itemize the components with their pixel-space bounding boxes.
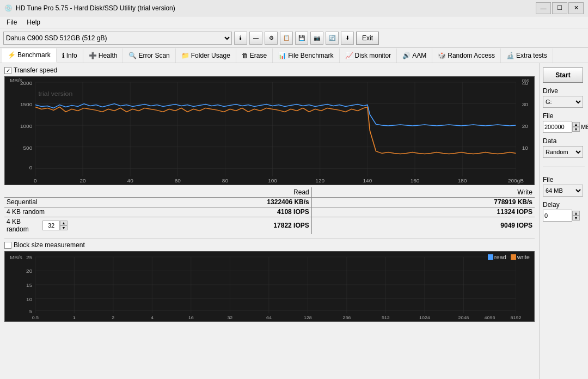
transfer-speed-checkbox[interactable] [4,67,11,74]
menu-help[interactable]: Help [22,17,45,27]
svg-text:2: 2 [112,315,114,320]
exit-button[interactable]: Exit [356,32,379,45]
title-bar-controls: — ☐ ✕ [536,2,584,14]
close-button[interactable]: ✕ [568,2,584,14]
refresh-icon-button[interactable]: 🔄 [326,32,339,45]
file-benchmark-icon: 📊 [278,52,286,59]
queue-depth-buttons: ▲ ▼ [60,221,68,230]
svg-text:160: 160 [411,178,420,184]
block-chart-svg: 25 20 15 10 5 MB/s 0.5 1 2 4 16 32 64 12… [5,252,534,321]
settings-icon-button[interactable]: ⚙ [265,32,278,45]
block-size-checkbox[interactable] [4,242,11,249]
delay-down[interactable]: ▼ [572,216,580,221]
queue-depth-input[interactable] [42,221,60,230]
tab-random-access[interactable]: 🎲 Random Access [432,48,501,63]
tab-folder-usage[interactable]: 📁 Folder Usage [176,48,236,63]
sequential-label: Sequential [4,198,70,207]
toolbar: Dahua C900 SSD 512GB (512 gB) 🌡 — ⚙ 📋 💾 … [0,28,588,48]
tab-random-access-label: Random Access [448,52,495,59]
copy-icon-button[interactable]: 📋 [280,32,293,45]
temp-icon-button[interactable]: 🌡 [234,32,247,45]
tab-folder-usage-label: Folder Usage [191,52,230,59]
svg-text:256: 256 [342,315,351,320]
svg-text:0: 0 [29,165,33,170]
transfer-speed-header: Transfer speed [4,66,535,74]
svg-text:180: 180 [458,178,467,184]
right-panel: Start Drive G: C: D: File ▲ ▼ MB Da [539,63,588,379]
svg-text:MB/s: MB/s [10,254,22,260]
tab-benchmark-label: Benchmark [17,51,51,59]
4kb-random-2-write: 9049 IOPS [311,217,535,235]
tab-info[interactable]: ℹ Info [57,48,83,63]
svg-text:20: 20 [26,268,32,274]
app-icon: 💿 [4,4,13,12]
save-icon-button[interactable]: 💾 [295,32,308,45]
svg-text:MB/s: MB/s [10,77,22,83]
delay-up[interactable]: ▲ [572,211,580,216]
tab-benchmark[interactable]: ⚡ Benchmark [2,48,57,63]
svg-text:trial version: trial version [38,90,72,96]
disk-selector[interactable]: Dahua C900 SSD 512GB (512 gB) [3,32,232,45]
delay-label: Delay [543,201,585,209]
legend-read: read [488,254,506,260]
benchmark-icon: ⚡ [8,51,16,59]
block-file-selector[interactable]: 64 MB 32 MB 128 MB 256 MB [543,185,583,197]
menu-file[interactable]: File [2,17,21,27]
error-scan-icon: 🔍 [128,52,137,59]
svg-text:4: 4 [151,315,154,320]
download-icon-button[interactable]: ⬇ [341,32,354,45]
file-size-input[interactable] [543,121,572,133]
svg-text:10: 10 [26,296,32,302]
tab-file-benchmark[interactable]: 📊 File Benchmark [273,48,339,63]
tab-erase-label: Erase [250,52,267,59]
file-size-spinners: ▲ ▼ [572,122,580,132]
tab-error-scan[interactable]: 🔍 Error Scan [123,48,175,63]
svg-text:64: 64 [266,315,272,320]
tab-health-label: Health [99,52,118,59]
svg-text:0: 0 [34,178,37,184]
tab-health[interactable]: ➕ Health [83,48,124,63]
maximize-button[interactable]: ☐ [552,2,567,14]
data-control: Data Random Sequential 0x00 0xFF [543,137,585,158]
legend-read-dot [488,254,493,260]
file-size-down[interactable]: ▼ [572,127,580,132]
legend-write-label: write [517,254,530,260]
tab-disk-monitor[interactable]: 📈 Disk monitor [340,48,397,63]
data-type-selector[interactable]: Random Sequential 0x00 0xFF [543,146,583,158]
4kb-random-1-read: 4108 IOPS [70,207,311,217]
camera-icon-button[interactable]: 📷 [310,32,323,45]
tab-aam[interactable]: 🔊 AAM [397,48,432,63]
delay-input[interactable] [543,210,572,222]
queue-depth-spinner[interactable]: ▲ ▼ [42,221,68,230]
block-size-label: Block size measurement [14,241,85,249]
svg-text:120: 120 [315,178,324,184]
queue-depth-up[interactable]: ▲ [60,221,68,225]
table-row-sequential: Sequential 1322406 KB/s 778919 KB/s [4,198,535,207]
dash-icon-button[interactable]: — [249,32,262,45]
main-content: Transfer speed [0,63,588,379]
minimize-button[interactable]: — [536,2,551,14]
queue-depth-down[interactable]: ▼ [60,225,68,230]
svg-text:500: 500 [23,145,33,150]
sequential-read: 1322406 KB/s [70,198,311,207]
drive-selector[interactable]: G: C: D: [543,96,583,108]
svg-text:4096: 4096 [485,315,495,320]
svg-text:1024: 1024 [419,315,430,320]
start-button[interactable]: Start [543,68,583,83]
drive-label: Drive [543,87,585,95]
4kb-random-2-label: 4 KB random ▲ ▼ [4,217,70,235]
svg-text:10: 10 [522,145,528,150]
svg-text:30: 30 [522,102,528,107]
file-size-up[interactable]: ▲ [572,122,580,127]
erase-icon: 🗑 [242,52,248,59]
tab-extra-tests[interactable]: 🔬 Extra tests [501,48,553,63]
section-divider [4,239,535,239]
tab-erase[interactable]: 🗑 Erase [236,48,273,63]
left-panel: Transfer speed [0,63,539,379]
svg-text:1: 1 [73,315,76,320]
file-control-top: File ▲ ▼ MB [543,112,585,133]
transfer-speed-label: Transfer speed [14,66,57,74]
legend-write: write [511,254,530,260]
menu-bar: File Help [0,16,588,28]
block-chart-legend: read write [488,254,530,260]
